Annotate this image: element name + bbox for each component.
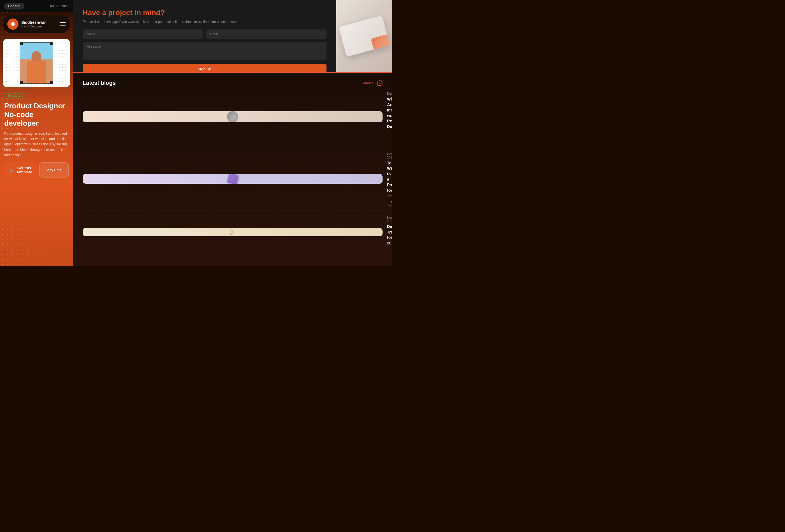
person-silhouette [20, 43, 53, 83]
person-body [27, 61, 46, 83]
name-input[interactable] [83, 29, 203, 39]
ai-sphere-icon [227, 111, 238, 122]
blog-thumb-ai [83, 111, 383, 122]
profile-name: Siddheshwar [21, 20, 46, 25]
left-panel: General Dec 29, 2023 Siddheshwar UX/UI D… [0, 0, 73, 266]
svg-marker-0 [11, 22, 16, 27]
blog-date-3: Nov 23, 2023 [387, 216, 392, 222]
profile-role: UX/UI Designer [21, 25, 46, 28]
diamond-icon [10, 21, 16, 27]
blog-content-1: Dec 29, 2023 Why Artificial Intelligence… [387, 92, 392, 142]
laptop-visual [336, 0, 392, 72]
photo-area [3, 38, 70, 87]
bio-text: I'm a product designer from India, focus… [4, 131, 69, 158]
contact-title-accent: mind? [143, 8, 165, 17]
action-buttons: 🛒 Get this Template Copy Email [4, 162, 69, 178]
cart-icon: 🛒 [9, 168, 14, 172]
profile-photo [20, 42, 53, 84]
date-label: Dec 29, 2023 [49, 4, 69, 8]
job-title-line1: Product Designer [4, 102, 69, 110]
blog-section: Latest blogs Show all + Dec 29, 2023 Why… [73, 73, 392, 266]
blog-section-title: Latest blogs [83, 80, 116, 86]
avatar [7, 19, 19, 30]
blog-post-title-2: Top 5 Websites to Create a Portfolio for… [387, 160, 392, 193]
availability-badge: Available [4, 93, 27, 99]
svg-rect-1 [230, 233, 232, 236]
pencil-icon [228, 228, 237, 236]
contact-form-area: Have a project in mind? Please drop a me… [73, 0, 336, 72]
laptop-shape [338, 16, 390, 57]
blog-content-3: Nov 23, 2023 Design Trends for 2024 [387, 216, 392, 248]
corner-tl [20, 42, 23, 45]
read-more-label-1: Read More [391, 134, 392, 140]
contact-image [336, 0, 392, 72]
laptop-accent [371, 34, 390, 49]
show-all-button[interactable]: Show all + [361, 80, 383, 86]
contact-title-plain: Have a project in [83, 8, 143, 17]
get-template-label: Get this Template [16, 166, 32, 174]
blog-post-title-1: Why Artificial Intelligence won't Replac… [387, 97, 392, 130]
read-more-button-1[interactable]: Read More ↗ [387, 132, 392, 142]
blog-content-2: Dec 20, 2023 Top 5 Websites to Create a … [387, 152, 392, 206]
read-more-label-2: Read More [391, 197, 392, 204]
blog-item: Dec 29, 2023 Why Artificial Intelligence… [83, 92, 383, 147]
status-section: Available Product Designer No-code devel… [0, 90, 73, 180]
blog-item-2: Dec 20, 2023 Top 5 Websites to Create a … [83, 152, 383, 211]
profile-card: Siddheshwar UX/UI Designer [3, 15, 70, 33]
blog-thumb-portfolio [83, 174, 383, 184]
blog-date-2: Dec 20, 2023 [387, 152, 392, 159]
contact-section: Have a project in mind? Please drop a me… [73, 0, 392, 73]
blog-date-1: Dec 29, 2023 [387, 92, 392, 95]
general-tab[interactable]: General [4, 3, 24, 9]
corner-bl [20, 81, 23, 84]
blog-item-3: Nov 23, 2023 Design Trends for 2024 [83, 216, 383, 253]
message-input[interactable] [83, 42, 327, 60]
svg-rect-2 [231, 229, 234, 234]
cube-icon [227, 174, 239, 184]
right-panel: Have a project in mind? Please drop a me… [73, 0, 392, 266]
menu-button[interactable] [60, 22, 66, 26]
available-dot [8, 95, 10, 97]
show-all-icon: + [377, 80, 383, 86]
contact-title: Have a project in mind? [83, 8, 327, 17]
read-more-button-2[interactable]: Read More ↗ [387, 195, 392, 206]
job-title-line2: No-code developer [4, 110, 69, 128]
corner-br [50, 81, 53, 84]
get-template-button[interactable]: 🛒 Get this Template [4, 162, 37, 178]
blog-header: Latest blogs Show all + [83, 80, 383, 86]
copy-email-label: Copy Email [45, 168, 63, 172]
signup-label: Sign Up [198, 67, 211, 71]
profile-info: Siddheshwar UX/UI Designer [21, 20, 46, 28]
contact-subtitle: Please drop a message if you want to tal… [83, 19, 327, 24]
form-name-email-row [83, 29, 327, 39]
available-text: Available [11, 95, 24, 98]
top-bar: General Dec 29, 2023 [0, 0, 73, 12]
corner-tr [50, 42, 53, 45]
profile-card-left: Siddheshwar UX/UI Designer [7, 19, 46, 30]
show-all-label: Show all [361, 81, 375, 85]
blog-thumb-nov [83, 228, 383, 236]
blog-post-title-3: Design Trends for 2024 [387, 224, 392, 246]
copy-email-button[interactable]: Copy Email [39, 162, 69, 178]
email-input[interactable] [206, 29, 327, 39]
